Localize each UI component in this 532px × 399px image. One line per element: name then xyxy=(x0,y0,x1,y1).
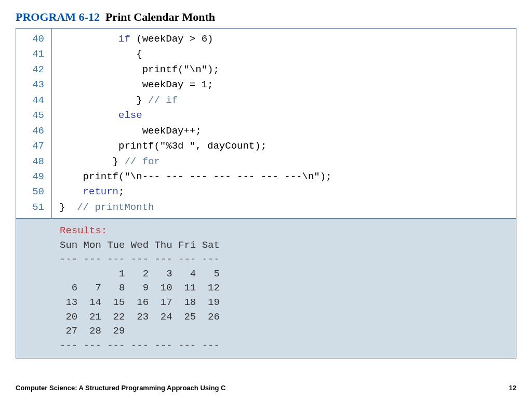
results-label: Results: xyxy=(60,225,107,236)
program-name: Print Calendar Month xyxy=(105,10,215,23)
line-number: 40 xyxy=(16,32,47,47)
footer-book-title: Computer Science: A Structured Programmi… xyxy=(16,384,226,392)
line-number: 46 xyxy=(16,124,47,139)
page-footer: Computer Science: A Structured Programmi… xyxy=(16,384,516,392)
line-number: 42 xyxy=(16,62,47,77)
results-block: Results: Sun Mon Tue Wed Thu Fri Sat ---… xyxy=(16,218,516,358)
line-number: 51 xyxy=(16,200,47,215)
line-number: 47 xyxy=(16,139,47,154)
line-number: 44 xyxy=(16,93,47,108)
line-number: 43 xyxy=(16,77,47,92)
footer-page-number: 12 xyxy=(509,384,516,392)
line-number: 50 xyxy=(16,184,47,200)
code-content: if (weekDay > 6) { printf("\n"); weekDay… xyxy=(52,29,516,218)
line-number: 49 xyxy=(16,169,47,184)
line-number: 48 xyxy=(16,154,47,169)
program-title: PROGRAM 6-12 Print Calendar Month xyxy=(16,10,516,24)
line-number: 41 xyxy=(16,47,47,62)
program-number: PROGRAM 6-12 xyxy=(16,10,100,23)
results-output: Sun Mon Tue Wed Thu Fri Sat --- --- --- … xyxy=(60,240,220,351)
line-number-gutter: 404142434445464748495051 xyxy=(16,29,52,218)
code-listing: 404142434445464748495051 if (weekDay > 6… xyxy=(16,28,516,218)
line-number: 45 xyxy=(16,108,47,123)
